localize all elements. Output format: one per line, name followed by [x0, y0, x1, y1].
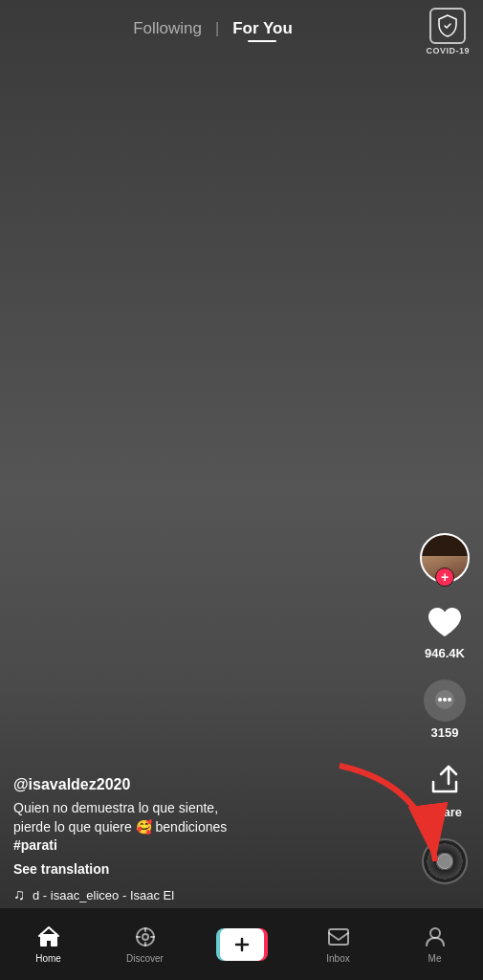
comment-count: 3159: [431, 725, 459, 740]
creator-username[interactable]: @isavaldez2020: [13, 776, 416, 793]
svg-point-3: [448, 698, 451, 702]
foryou-underline: [248, 40, 276, 42]
foryou-tab[interactable]: For You: [232, 19, 293, 37]
covid-label: COVID-19: [426, 46, 470, 56]
me-icon: [423, 924, 448, 949]
nav-divider: |: [215, 20, 219, 37]
post-caption: Quien no demuestra lo que siente, pierde…: [13, 799, 416, 856]
svg-point-2: [443, 698, 447, 702]
nav-me[interactable]: Me: [386, 924, 483, 964]
like-button[interactable]: 946.4K: [425, 602, 465, 660]
inbox-label: Inbox: [326, 953, 349, 964]
heart-icon: [425, 602, 465, 642]
post-info-overlay: @isavaldez2020 Quien no demuestra lo que…: [13, 776, 416, 903]
caption-line2: pierde lo que quiere 🥰 bendiciones: [13, 819, 227, 835]
share-button[interactable]: Share: [424, 759, 466, 819]
svg-point-14: [430, 928, 440, 938]
music-note-icon: ♫: [13, 886, 25, 903]
foryou-tab-wrap[interactable]: For You: [232, 19, 293, 38]
following-tab[interactable]: Following: [133, 19, 202, 38]
right-sidebar: + 946.4K 3159: [420, 533, 470, 884]
comment-button[interactable]: 3159: [424, 679, 466, 740]
comment-icon: [424, 679, 466, 722]
like-count: 946.4K: [425, 646, 465, 660]
inbox-icon: [326, 924, 351, 949]
discover-icon: [133, 924, 158, 949]
svg-point-1: [438, 698, 442, 702]
music-disc[interactable]: [422, 838, 468, 884]
home-label: Home: [35, 953, 61, 964]
create-button-wrap: [216, 928, 268, 961]
music-info-row[interactable]: ♫ d - isaac_eliceo - Isaac El: [13, 886, 416, 903]
follow-plus-button[interactable]: +: [435, 568, 454, 587]
caption-line1: Quien no demuestra lo que siente,: [13, 800, 218, 815]
discover-label: Discover: [126, 953, 164, 964]
music-text: d - isaac_eliceo - Isaac El: [33, 888, 174, 902]
svg-rect-13: [329, 929, 348, 945]
home-icon: [36, 924, 61, 949]
covid-shield-icon: [429, 8, 466, 44]
music-disc-inner: [437, 854, 452, 869]
nav-home[interactable]: Home: [0, 924, 97, 964]
me-label: Me: [428, 953, 442, 964]
share-label: Share: [428, 805, 462, 819]
create-btn-white: [220, 928, 264, 961]
nav-inbox[interactable]: Inbox: [290, 924, 386, 964]
see-translation-button[interactable]: See translation: [13, 861, 416, 877]
caption-hashtag[interactable]: #parati: [13, 837, 57, 853]
nav-create[interactable]: [193, 928, 290, 961]
nav-discover[interactable]: Discover: [97, 924, 193, 964]
bottom-navigation: Home Discover: [0, 907, 483, 980]
creator-avatar-container[interactable]: +: [420, 533, 470, 583]
avatar-hair: [422, 535, 468, 556]
top-bar: Following | For You COVID-19: [0, 0, 483, 57]
share-icon: [424, 759, 466, 801]
top-navigation: Following | For You: [133, 19, 293, 38]
svg-point-6: [143, 934, 148, 940]
covid-badge[interactable]: COVID-19: [426, 8, 470, 56]
